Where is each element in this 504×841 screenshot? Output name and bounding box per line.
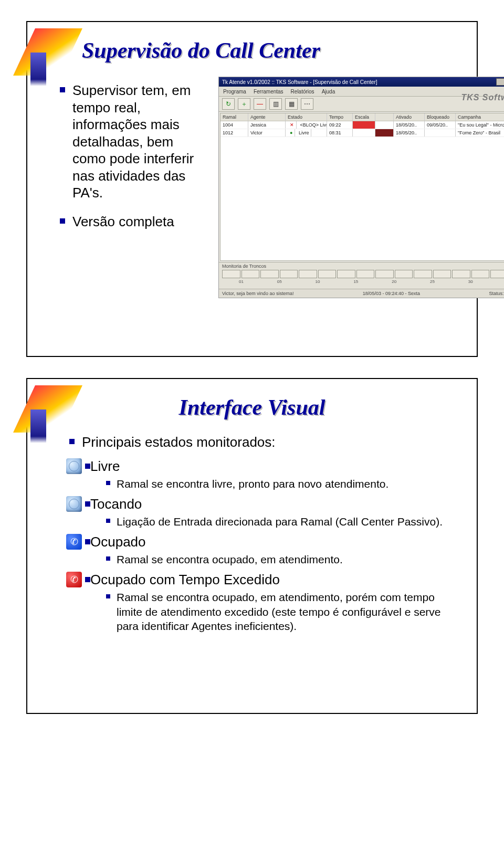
trunk-cell[interactable]: [222, 270, 240, 278]
minimize-icon[interactable]: [496, 78, 504, 86]
bullet-item: Supervisor tem, em tempo real, informaçõ…: [60, 82, 206, 202]
state-name: Ocupado: [90, 534, 146, 550]
state-item: Livre Ramal se encontra livre, pronto pa…: [85, 458, 456, 494]
state-desc: Ramal se encontra ocupado, em atendiment…: [106, 590, 456, 633]
state-item: Ocupado com Tempo Excedido Ramal se enco…: [85, 572, 456, 636]
col-header[interactable]: Estado: [286, 113, 327, 121]
trunk-cell[interactable]: [395, 270, 413, 278]
trunk-panel: Monitoria de Troncos 01 05 10 15 20 25 3…: [219, 262, 504, 289]
phone-blue-icon: [66, 534, 82, 550]
menu-item[interactable]: Relatórios: [291, 89, 314, 94]
trunk-cell[interactable]: [375, 270, 394, 278]
menu-item[interactable]: Ajuda: [322, 89, 335, 94]
app-screenshot: Tk Atende v1.0/2002 :: TKS Software - [S…: [218, 77, 504, 298]
trunk-cell[interactable]: [490, 270, 504, 278]
trunk-cell[interactable]: [337, 270, 355, 278]
col-header[interactable]: Agente: [248, 113, 286, 121]
window-titlebar: Tk Atende v1.0/2002 :: TKS Software - [S…: [219, 77, 504, 87]
table-row[interactable]: 1004 Jessica ✕ <BLOQ> Livre 09:22 . 18/0…: [220, 121, 504, 129]
col-header[interactable]: Ramal: [220, 113, 248, 121]
toolbar-remove-icon[interactable]: —: [254, 98, 266, 110]
agents-grid: Ramal Agente Estado Tempo Escala Ativado…: [220, 113, 504, 261]
trunk-cell[interactable]: [452, 270, 470, 278]
status-cell-red: .: [353, 121, 375, 129]
slide-supervisao: Supervisão do Call Center Supervisor tem…: [26, 21, 478, 357]
status-datetime: 18/05/03 - 09:24:40 - Sexta: [363, 291, 420, 296]
phone-red-icon: [66, 572, 82, 587]
state-name: Tocando: [90, 496, 142, 512]
col-header[interactable]: Bloqueado: [425, 113, 456, 121]
state-item: Ocupado Ramal se encontra ocupado, em at…: [85, 534, 456, 570]
col-header[interactable]: Tempo: [327, 113, 353, 121]
trunk-cell[interactable]: [280, 270, 298, 278]
heading-item: Principais estados monitorados:: [69, 434, 456, 451]
trunk-cell[interactable]: [260, 270, 279, 278]
trunk-cell[interactable]: [318, 270, 337, 278]
toolbar-refresh-icon[interactable]: ↻: [222, 98, 235, 110]
status-connection: Status: Conectado: [489, 291, 504, 296]
state-desc: Ligação de Entrada direcionada para Rama…: [106, 514, 443, 529]
trunk-cell[interactable]: [471, 270, 490, 278]
toolbar-add-icon[interactable]: ＋: [238, 98, 250, 110]
status-cell-dark: .: [375, 129, 394, 136]
state-name: Livre: [90, 458, 120, 474]
status-bar: Victor, seja bem vindo ao sistema! 18/05…: [219, 289, 504, 298]
toolbar-list-icon[interactable]: ▥: [269, 98, 282, 110]
slide-title: Supervisão do Call Center: [82, 38, 456, 63]
slide-interface-visual: Interface Visual Principais estados moni…: [26, 378, 478, 714]
state-item: Tocando Ligação de Entrada direcionada p…: [85, 496, 456, 532]
menu-item[interactable]: Programa: [223, 89, 246, 94]
brand-logo: TKS Software: [461, 93, 504, 102]
state-name: Ocupado com Tempo Excedido: [90, 572, 280, 587]
corner-decoration: [24, 28, 87, 81]
window-title-text: Tk Atende v1.0/2002 :: TKS Software - [S…: [222, 79, 377, 85]
slide-title: Interface Visual: [48, 395, 456, 420]
bullet-item: Versão completa: [60, 213, 206, 230]
status-left: Victor, seja bem vindo ao sistema!: [222, 291, 293, 296]
table-row[interactable]: 1012 Victor ● Livre 08:31 . 18/05/20.. "…: [220, 129, 504, 137]
toolbar-grid-icon[interactable]: ▦: [285, 98, 298, 110]
trunk-cell[interactable]: [242, 270, 260, 278]
trunk-cell[interactable]: [299, 270, 317, 278]
state-desc: Ramal se encontra livre, pronto para nov…: [106, 477, 388, 491]
trunk-cell[interactable]: [433, 270, 452, 278]
col-header[interactable]: Campanha: [456, 113, 504, 121]
toolbar: ↻ ＋ — ▥ ▦ ⋯ TKS Software: [219, 97, 504, 112]
grid-header: Ramal Agente Estado Tempo Escala Ativado…: [220, 113, 504, 121]
trunk-cell[interactable]: [414, 270, 432, 278]
toolbar-options-icon[interactable]: ⋯: [301, 98, 313, 110]
globe-icon: [66, 496, 82, 512]
globe-icon: [66, 458, 82, 474]
col-header[interactable]: [375, 113, 394, 121]
trunk-cell[interactable]: [356, 270, 375, 278]
menu-item[interactable]: Ferramentas: [254, 89, 284, 94]
state-desc: Ramal se encontra ocupado, em atendiment…: [106, 552, 343, 566]
col-header[interactable]: Ativado: [394, 113, 425, 121]
trunk-label: Monitoria de Troncos: [222, 264, 504, 269]
col-header[interactable]: Escala: [353, 113, 375, 121]
